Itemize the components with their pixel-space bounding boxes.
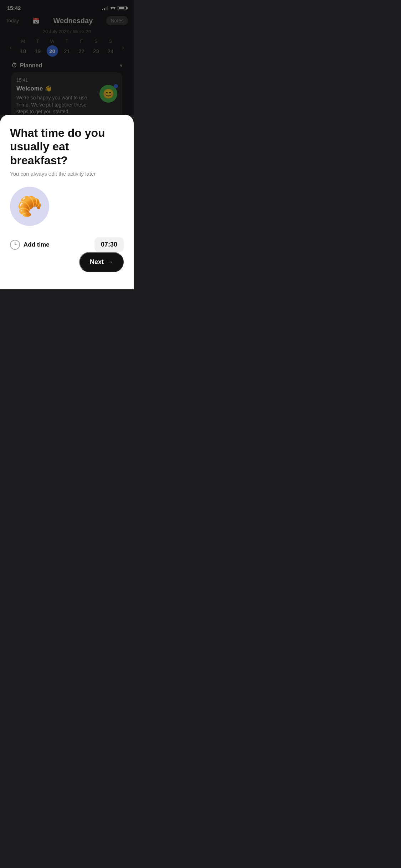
modal-question: What time do you usually eat breakfast?	[10, 126, 124, 167]
croissant-icon: 🥐	[10, 187, 49, 226]
add-time-label: Add time	[24, 241, 50, 248]
modal-subtitle: You can always edit the activity later	[10, 171, 124, 177]
modal-sheet: What time do you usually eat breakfast? …	[0, 115, 134, 289]
add-time-row: Add time 07:30	[10, 237, 124, 252]
clock-icon	[10, 240, 20, 250]
next-label: Next	[90, 258, 104, 266]
arrow-icon: →	[107, 258, 113, 266]
dim-overlay	[0, 0, 134, 115]
add-time-left: Add time	[10, 240, 50, 250]
time-value-badge[interactable]: 07:30	[94, 237, 124, 252]
next-button[interactable]: Next →	[79, 252, 124, 272]
